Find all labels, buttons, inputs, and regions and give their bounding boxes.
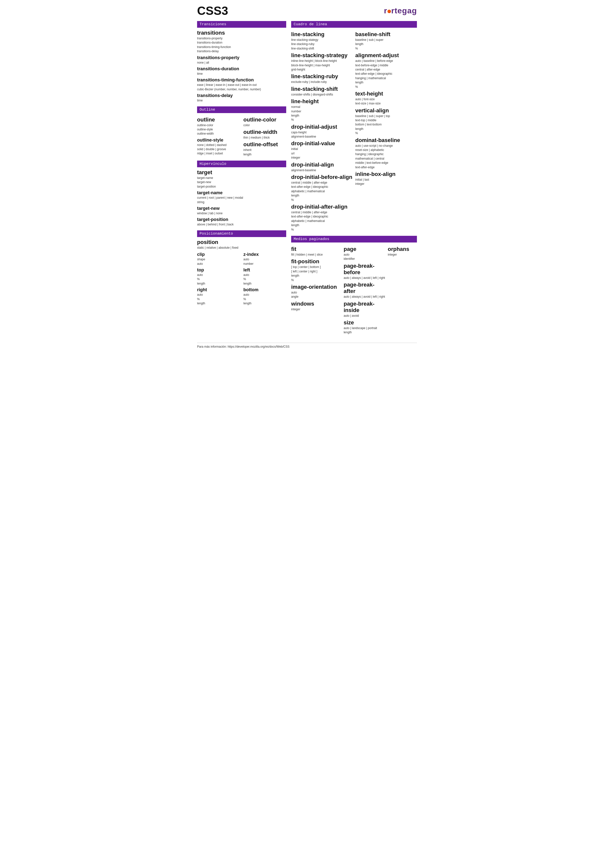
windows-values: integer [291,307,341,312]
transitions-timing-prop: transitions-timing-function [197,78,286,83]
line-height-values: normal number length % [291,105,353,122]
left-values: auto % length [243,273,286,286]
pos-right: z-index auto number left auto % length b… [243,250,286,306]
fit-position-values: [ top | center | bottom ] [ left | cente… [291,265,341,282]
drop-initial-adjust-prop: drop-initial-adjust [291,124,353,130]
transitions-property-values: none | all [197,60,286,65]
target-name-prop: target-name [197,190,286,195]
bottom-prop: bottom [243,287,286,293]
dominat-baseline-values: auto | use-script | no-change reset-size… [355,144,417,169]
section-hipervinculo: Hipervínculo target target-name target-n… [197,161,286,227]
target-name-values: current | root | parent | new | modal st… [197,196,286,205]
target-prop: target [197,169,286,176]
drop-initial-before-align-prop: drop-initial-before-align [291,174,353,180]
outline-offset-prop: outline-offset [243,141,286,148]
line-stacking-ruby-prop: line-stacking-ruby [291,73,353,80]
image-orientation-values: auto angle [291,290,341,299]
cuadro-header: Cuadro de línea [291,21,417,28]
clip-values: shape auto [197,257,240,266]
pos-left: clip shape auto top auto % length right … [197,250,240,306]
fit-values: fill | hidden | meet | slice [291,253,341,257]
right-prop: right [197,287,240,293]
right-values: auto % length [197,293,240,305]
outline-left: outline outline-color outline-style outl… [197,115,240,157]
text-height-values: auto | font-size text-size | max-size [355,97,417,106]
outline-offset-values: inherit length [243,148,286,157]
outline-style-values: none | dotted | dashed solid | double | … [197,143,240,156]
target-position-values: above | behind | front | back [197,222,286,227]
main-layout: Transiciones transitions transitions-pro… [197,21,417,339]
transitions-duration-values: time [197,72,286,76]
transitions-prop: transitions [197,30,286,36]
orphans-prop: orphans [388,246,417,253]
inline-box-align-values: initial | last integer [355,178,417,186]
text-height-prop: text-height [355,91,417,97]
left-prop: left [243,268,286,273]
baseline-shift-prop: baseline-shift [355,31,417,37]
page-values: auto identifier [344,253,385,261]
image-orientation-prop: image-orientation [291,284,341,290]
baseline-shift-values: baseline | sub | super length % [355,38,417,51]
drop-initial-value-prop: drop-initial-value [291,140,353,147]
transitions-property-prop: transitions-property [197,55,286,60]
cuadro-two-col: line-stacking line-stacking-stategy line… [291,30,417,232]
outline-width-values: thin | medium | thick [243,136,286,140]
inline-box-align-prop: inline-box-align [355,171,417,177]
medios-col3: orphans integer [388,245,417,335]
left-column: Transiciones transitions transitions-pro… [197,21,289,339]
section-posicionamiento: Posicionamiento position static | relati… [197,230,286,306]
line-stacking-values: line-stacking-stategy line-stacking-ruby… [291,38,353,51]
page-prop: page [344,246,385,253]
line-stacking-strategy-values: inline-line-height | block-line-height b… [291,59,353,72]
transitions-timing-values: ease | linear | ease-in | ease-out | eas… [197,83,286,91]
medios-col1: fit fill | hidden | meet | slice fit-pos… [291,245,341,335]
drop-initial-after-align-values: central | middle | after-edge text-after… [291,210,353,232]
line-height-prop: line-height [291,98,353,105]
top-values: auto % length [197,273,240,286]
drop-initial-after-align-prop: drop-initial-after-align [291,204,353,210]
vertical-align-values: baseline | sub | super | top text-top | … [355,114,417,136]
position-values: static | relative | absolute | fixed [197,246,286,250]
dominat-baseline-prop: dominat-baseline [355,137,417,144]
outline-width-prop: outline-width [243,129,286,135]
section-cuadro: Cuadro de línea line-stacking line-stack… [291,21,417,232]
page-header: CSS3 rrtegag [197,4,417,17]
outline-prop: outline [197,116,240,123]
footer-text: Para más información: https://developer.… [197,345,289,349]
zindex-prop: z-index [243,252,286,257]
logo: rrtegag [384,6,417,16]
cuadro-left: line-stacking line-stacking-stategy line… [291,30,353,232]
line-stacking-ruby-values: exclude-ruby | include-ruby [291,80,353,84]
page-break-before-values: auto | always | avoid | left | right [344,276,385,280]
medios-header: Medios paginados [291,236,417,242]
vertical-align-prop: vertical-align [355,107,417,114]
posicionamiento-header: Posicionamiento [197,230,286,237]
page-break-after-prop: page-break-after [344,282,385,294]
transitions-delay-prop: transitions-delay [197,93,286,98]
section-transiciones: Transiciones transitions transitions-pro… [197,21,286,103]
transiciones-header: Transiciones [197,21,286,28]
clip-prop: clip [197,252,240,257]
line-stacking-shift-prop: line-stacking-shift [291,86,353,92]
target-new-values: window | tab | none [197,211,286,215]
drop-initial-align-prop: drop-initial-align [291,161,353,168]
drop-initial-before-align-values: central | middle | after-edge text-after… [291,181,353,202]
section-outline: Outline outline outline-color outline-st… [197,106,286,157]
page-break-before-prop: page-break-before [344,263,385,276]
drop-initial-value-values: initial url integer [291,147,353,160]
line-stacking-strategy-prop: line-stacking-strategy [291,52,353,59]
target-values: target-name target-new target-position [197,176,286,189]
section-medios: Medios paginados fit fill | hidden | mee… [291,236,417,335]
zindex-values: auto number [243,257,286,266]
medios-col2: page auto identifier page-break-before a… [344,245,385,335]
hipervinculo-header: Hipervínculo [197,161,286,167]
outline-right: outline-color color outline-width thin |… [243,115,286,157]
logo-dot [387,10,391,13]
page-break-inside-prop: page-break-inside [344,301,385,313]
pos-two-col: clip shape auto top auto % length right … [197,250,286,306]
transitions-delay-values: time [197,98,286,103]
drop-initial-adjust-values: caps-height alignment-baseline [291,130,353,139]
target-new-prop: target-new [197,206,286,211]
line-stacking-prop: line-stacking [291,31,353,37]
drop-initial-align-values: alignment-baseline [291,168,353,172]
